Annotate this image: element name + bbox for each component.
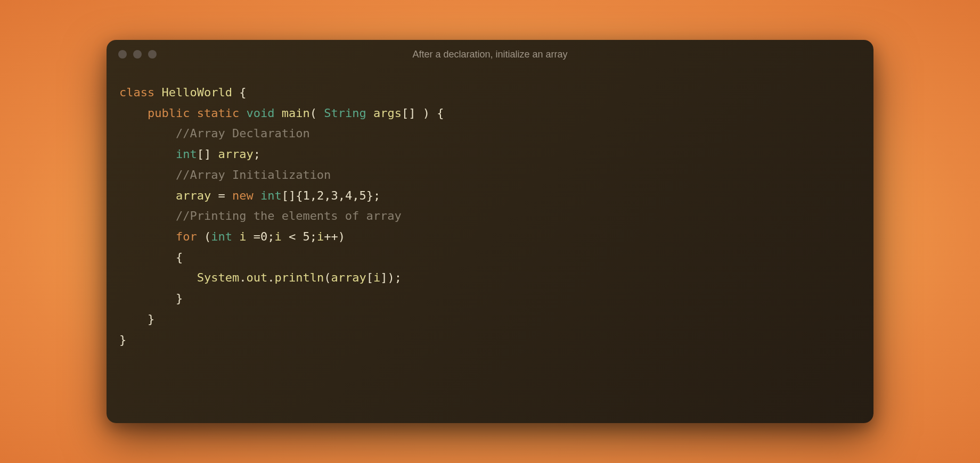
- keyword-for: for: [176, 230, 197, 243]
- var-i: i: [239, 230, 246, 243]
- brace-close: }: [119, 333, 126, 346]
- comment-initialization: //Array Initialization: [176, 168, 331, 181]
- keyword-int: int: [211, 230, 232, 243]
- brace-open: {: [437, 106, 444, 120]
- keyword-int: int: [176, 147, 197, 161]
- maximize-icon[interactable]: [148, 50, 157, 59]
- paren-close: ): [338, 230, 345, 243]
- semicolon: ;: [395, 271, 402, 284]
- code-editor[interactable]: class HelloWorld { public static void ma…: [107, 69, 873, 423]
- keyword-static: static: [197, 106, 239, 120]
- param-args: args: [373, 106, 402, 120]
- class-system: System: [197, 271, 239, 284]
- keyword-class: class: [119, 86, 154, 99]
- var-array: array: [331, 271, 366, 284]
- semicolon: ;: [373, 189, 380, 202]
- dot: .: [267, 271, 274, 284]
- var-i: i: [274, 230, 281, 243]
- comment-declaration: //Array Declaration: [176, 127, 310, 140]
- method-main: main: [282, 106, 310, 120]
- titlebar: After a declaration, initialize an array: [107, 40, 873, 69]
- method-println: println: [274, 271, 324, 284]
- dot: .: [239, 271, 246, 284]
- minimize-icon[interactable]: [133, 50, 142, 59]
- traffic-lights: [118, 50, 157, 59]
- keyword-void: void: [246, 106, 274, 120]
- brace-close: }: [148, 312, 154, 326]
- brackets: []: [282, 189, 296, 202]
- paren-open: (: [310, 106, 317, 120]
- keyword-int: int: [260, 189, 282, 202]
- num-zero: 0: [260, 230, 267, 243]
- op-equals: =: [254, 230, 260, 243]
- close-icon[interactable]: [118, 50, 127, 59]
- op-lt: <: [289, 230, 296, 243]
- semicolon: ;: [267, 230, 274, 243]
- array-literal: {1,2,3,4,5}: [296, 189, 373, 202]
- class-name: HelloWorld: [161, 86, 232, 99]
- field-out: out: [246, 271, 267, 284]
- var-i: i: [317, 230, 324, 243]
- op-inc: ++: [324, 230, 338, 243]
- var-array: array: [176, 189, 211, 202]
- brackets: []: [402, 106, 416, 120]
- paren-open: (: [324, 271, 331, 284]
- var-i: i: [373, 271, 380, 284]
- brace-open: {: [239, 86, 246, 99]
- semicolon: ;: [254, 147, 260, 161]
- semicolon: ;: [310, 230, 317, 243]
- window-title: After a declaration, initialize an array: [107, 49, 873, 60]
- brackets: []: [197, 147, 211, 161]
- brace-open: {: [176, 251, 183, 264]
- keyword-new: new: [232, 189, 254, 202]
- paren-close: ): [387, 271, 394, 284]
- comment-printing: //Printing the elements of array: [176, 209, 402, 222]
- bracket-open: [: [366, 271, 373, 284]
- num-five: 5: [303, 230, 309, 243]
- brace-close: }: [176, 292, 183, 305]
- bracket-close: ]: [380, 271, 387, 284]
- var-array: array: [218, 147, 253, 161]
- paren-close: ): [423, 106, 430, 120]
- type-string: String: [324, 106, 366, 120]
- keyword-public: public: [148, 106, 190, 120]
- op-equals: =: [218, 189, 225, 202]
- code-window: After a declaration, initialize an array…: [107, 40, 873, 423]
- paren-open: (: [204, 230, 211, 243]
